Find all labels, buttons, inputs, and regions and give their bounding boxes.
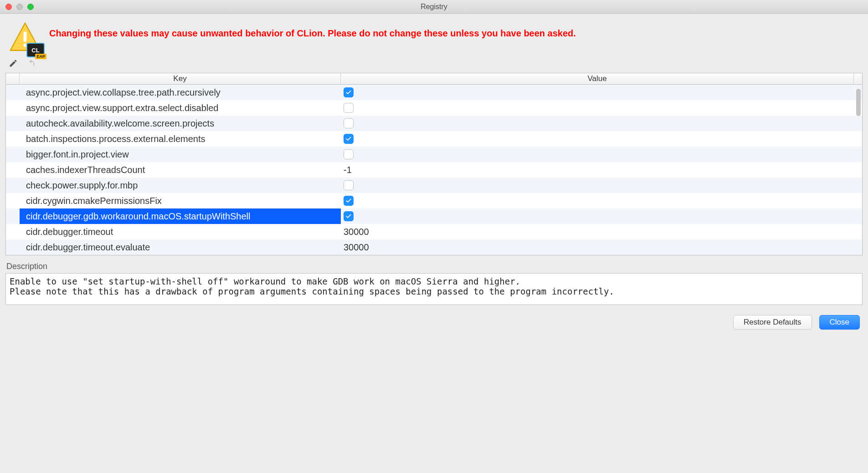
checkbox[interactable]	[344, 134, 354, 144]
checkbox[interactable]	[344, 211, 354, 221]
table-row[interactable]: batch.inspections.process.external.eleme…	[6, 131, 862, 147]
description-text: Enable to use "set startup-with-shell of…	[5, 273, 863, 305]
row-gutter	[6, 85, 20, 100]
row-gutter	[6, 147, 20, 162]
checkbox[interactable]	[344, 118, 354, 128]
cell-key[interactable]: async.project.view.collapse.tree.path.re…	[20, 85, 341, 100]
row-gutter	[6, 178, 20, 193]
row-gutter	[6, 193, 20, 209]
cell-key[interactable]: cidr.cygwin.cmakePermissionsFix	[20, 193, 341, 209]
description-label: Description	[0, 255, 868, 273]
row-gutter	[6, 116, 20, 131]
cell-value[interactable]	[341, 147, 862, 162]
cell-key[interactable]: async.project.view.support.extra.select.…	[20, 100, 341, 116]
table-body: async.project.view.collapse.tree.path.re…	[6, 85, 862, 255]
footer: Restore Defaults Close	[0, 305, 868, 338]
cell-value[interactable]	[341, 85, 862, 100]
cell-value[interactable]	[341, 100, 862, 116]
row-gutter	[6, 224, 20, 239]
zoom-window-icon[interactable]	[27, 4, 34, 10]
cell-value[interactable]	[341, 178, 862, 193]
checkbox[interactable]	[344, 149, 354, 159]
cell-key[interactable]: batch.inspections.process.external.eleme…	[20, 131, 341, 147]
table-row[interactable]: autocheck.availability.welcome.screen.pr…	[6, 116, 862, 131]
window-title: Registry	[0, 3, 868, 11]
checkbox[interactable]	[344, 103, 354, 113]
scrollbar-thumb[interactable]	[856, 89, 861, 116]
product-badge: CL EAP	[26, 43, 45, 57]
cell-value[interactable]: -1	[341, 162, 862, 178]
registry-table: Key Value async.project.view.collapse.tr…	[5, 73, 863, 255]
column-key[interactable]: Key	[20, 73, 341, 84]
cell-key[interactable]: cidr.debugger.timeout.evaluate	[20, 239, 341, 255]
close-window-icon[interactable]	[5, 4, 12, 10]
titlebar: Registry	[0, 0, 868, 14]
edit-button[interactable]	[8, 58, 18, 68]
cell-key[interactable]: caches.indexerThreadsCount	[20, 162, 341, 178]
cell-key[interactable]: autocheck.availability.welcome.screen.pr…	[20, 116, 341, 131]
table-row[interactable]: cidr.cygwin.cmakePermissionsFix	[6, 193, 862, 209]
table-row[interactable]: cidr.debugger.gdb.workaround.macOS.start…	[6, 209, 862, 224]
table-header: Key Value	[6, 73, 862, 85]
cell-key[interactable]: cidr.debugger.timeout	[20, 224, 341, 239]
table-header-scrollgap	[854, 73, 862, 84]
row-gutter	[6, 131, 20, 147]
cell-value[interactable]	[341, 116, 862, 131]
row-gutter	[6, 100, 20, 116]
revert-button	[26, 58, 36, 68]
window-controls	[0, 4, 34, 10]
checkbox[interactable]	[344, 196, 354, 206]
table-row[interactable]: check.power.supply.for.mbp	[6, 178, 862, 193]
cell-key[interactable]: cidr.debugger.gdb.workaround.macOS.start…	[20, 209, 341, 224]
table-row[interactable]: cidr.debugger.timeout.evaluate30000	[6, 239, 862, 255]
row-gutter	[6, 162, 20, 178]
cell-value[interactable]	[341, 209, 862, 224]
minimize-window-icon	[16, 4, 23, 10]
warning-icon: CL EAP	[8, 21, 42, 55]
table-row[interactable]: async.project.view.support.extra.select.…	[6, 100, 862, 116]
cell-value[interactable]	[341, 193, 862, 209]
table-header-gutter	[6, 73, 20, 84]
restore-defaults-button[interactable]: Restore Defaults	[733, 315, 812, 330]
product-badge-sub: EAP	[35, 54, 46, 59]
warning-text: Changing these values may cause unwanted…	[49, 21, 576, 39]
close-button[interactable]: Close	[819, 315, 860, 330]
product-badge-text: CL	[31, 47, 39, 54]
cell-value[interactable]: 30000	[341, 224, 862, 239]
column-value[interactable]: Value	[341, 73, 854, 84]
header: CL EAP Changing these values may cause u…	[0, 14, 868, 57]
row-gutter	[6, 209, 20, 224]
checkbox[interactable]	[344, 180, 354, 190]
svg-rect-1	[24, 31, 27, 42]
table-row[interactable]: caches.indexerThreadsCount-1	[6, 162, 862, 178]
cell-key[interactable]: bigger.font.in.project.view	[20, 147, 341, 162]
table-row[interactable]: async.project.view.collapse.tree.path.re…	[6, 85, 862, 100]
table-row[interactable]: cidr.debugger.timeout30000	[6, 224, 862, 239]
table-row[interactable]: bigger.font.in.project.view	[6, 147, 862, 162]
row-gutter	[6, 239, 20, 255]
cell-key[interactable]: check.power.supply.for.mbp	[20, 178, 341, 193]
cell-value[interactable]	[341, 131, 862, 147]
cell-value[interactable]: 30000	[341, 239, 862, 255]
checkbox[interactable]	[344, 87, 354, 97]
toolbar	[0, 57, 868, 73]
